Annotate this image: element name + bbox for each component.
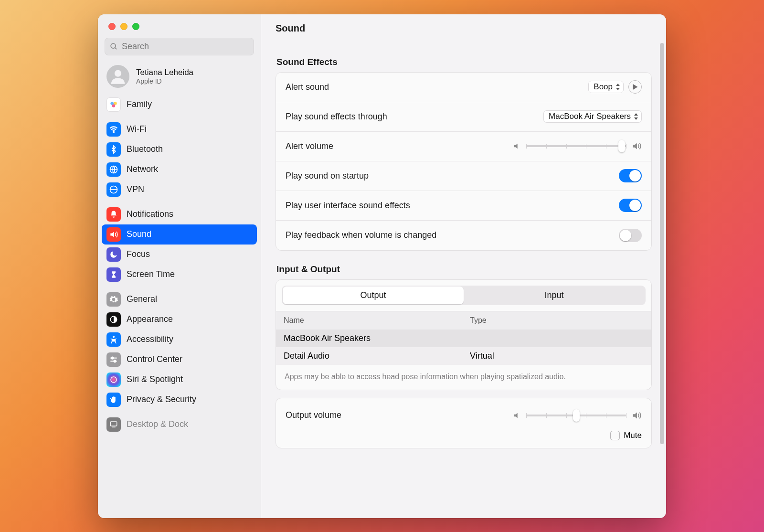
sidebar-item-label: Screen Time — [127, 269, 175, 279]
alert-volume-slider[interactable] — [513, 141, 642, 151]
svg-point-15 — [111, 377, 117, 383]
sidebar-item-focus[interactable]: Focus — [102, 245, 257, 265]
sidebar-item-screen-time[interactable]: Screen Time — [102, 265, 257, 285]
sidebar-item-account[interactable]: Tetiana Leheida Apple ID — [98, 60, 261, 95]
sidebar-item-label: Notifications — [127, 209, 173, 219]
scrollbar[interactable] — [660, 43, 664, 444]
ui-sounds-label: Play user interface sound effects — [286, 201, 410, 211]
sidebar-item-family[interactable]: Family — [102, 95, 257, 115]
sidebar-item-appearance[interactable]: Appearance — [102, 309, 257, 330]
volume-low-icon — [513, 142, 521, 150]
chevron-updown-icon — [615, 84, 620, 90]
search-icon — [110, 43, 118, 51]
svg-rect-16 — [110, 422, 117, 426]
play-through-select[interactable]: MacBook Air Speakers — [543, 110, 642, 123]
sidebar-item-bluetooth[interactable]: Bluetooth — [102, 139, 257, 160]
col-type: Type — [470, 316, 644, 325]
sidebar-item-general[interactable]: General — [102, 289, 257, 309]
close-button[interactable] — [108, 23, 116, 30]
play-through-label: Play sound effects through — [286, 112, 387, 122]
table-row[interactable]: Detail Audio Virtual — [276, 347, 651, 365]
minimize-button[interactable] — [120, 23, 127, 30]
mute-label: Mute — [624, 431, 642, 440]
window-controls — [98, 14, 261, 38]
tab-output[interactable]: Output — [283, 287, 464, 304]
page-title: Sound — [261, 14, 666, 43]
svg-point-14 — [114, 360, 116, 362]
alert-sound-select[interactable]: Boop — [588, 81, 624, 93]
startup-sound-toggle[interactable] — [619, 169, 642, 182]
svg-point-0 — [111, 43, 116, 48]
sidebar-item-privacy[interactable]: Privacy & Security — [102, 390, 257, 410]
volume-high-icon — [631, 410, 642, 421]
sidebar-item-label: Sound — [127, 229, 151, 239]
svg-rect-17 — [112, 426, 116, 427]
sidebar-item-control-center[interactable]: Control Center — [102, 350, 257, 370]
volume-high-icon — [631, 141, 642, 151]
alert-sound-value: Boop — [594, 82, 613, 92]
mute-checkbox[interactable] — [610, 431, 620, 440]
account-name: Tetiana Leheida — [136, 68, 193, 77]
search-field[interactable] — [105, 38, 254, 55]
output-volume-label: Output volume — [286, 410, 341, 420]
system-settings-window: Tetiana Leheida Apple ID Family Wi-Fi Bl… — [98, 14, 666, 518]
main-panel: Sound Sound Effects Alert sound Boop — [261, 14, 666, 518]
sidebar-item-label: Privacy & Security — [127, 394, 196, 404]
device-table-header: Name Type — [276, 311, 651, 330]
vpn-icon — [106, 182, 121, 197]
zoom-button[interactable] — [132, 23, 139, 30]
feedback-toggle[interactable] — [619, 229, 642, 242]
sound-icon — [106, 227, 121, 242]
avatar-icon — [106, 65, 129, 88]
bell-icon — [106, 207, 121, 222]
chevron-updown-icon — [634, 113, 638, 120]
svg-point-5 — [112, 104, 116, 107]
dock-icon — [106, 417, 121, 432]
alert-sound-label: Alert sound — [286, 82, 329, 92]
table-row[interactable]: MacBook Air Speakers — [276, 330, 651, 347]
search-input[interactable] — [122, 42, 249, 52]
svg-point-2 — [115, 70, 121, 76]
wifi-icon — [106, 122, 121, 137]
tab-input[interactable]: Input — [464, 287, 645, 304]
svg-point-6 — [113, 131, 114, 132]
ui-sounds-toggle[interactable] — [619, 199, 642, 212]
svg-line-1 — [115, 47, 117, 49]
device-name: MacBook Air Speakers — [284, 333, 470, 343]
volume-low-icon — [513, 411, 521, 420]
sidebar-item-label: Family — [127, 99, 152, 109]
alert-volume-label: Alert volume — [286, 141, 333, 151]
hand-icon — [106, 393, 121, 407]
sidebar-item-label: Bluetooth — [127, 144, 163, 154]
io-panel: Output Input Name Type MacBook Air Speak… — [276, 279, 652, 390]
moon-icon — [106, 247, 121, 262]
sound-effects-panel: Alert sound Boop Play sound effects thro… — [276, 72, 652, 251]
device-type — [470, 333, 644, 343]
svg-point-12 — [111, 357, 113, 359]
sidebar-item-notifications[interactable]: Notifications — [102, 204, 257, 224]
spatial-audio-note: Apps may be able to access head pose inf… — [276, 365, 651, 390]
sidebar-item-wifi[interactable]: Wi-Fi — [102, 119, 257, 139]
sidebar-item-desktop-dock[interactable]: Desktop & Dock — [102, 415, 257, 435]
family-icon — [106, 97, 121, 112]
feedback-label: Play feedback when volume is changed — [286, 230, 436, 240]
sidebar-item-label: General — [127, 294, 157, 304]
sidebar-item-siri[interactable]: Siri & Spotlight — [102, 370, 257, 390]
sidebar: Tetiana Leheida Apple ID Family Wi-Fi Bl… — [98, 14, 261, 518]
sidebar-item-accessibility[interactable]: Accessibility — [102, 330, 257, 350]
col-name: Name — [284, 316, 470, 325]
output-volume-slider[interactable] — [513, 410, 642, 421]
appearance-icon — [106, 312, 121, 327]
hourglass-icon — [106, 267, 121, 282]
section-io: Input & Output — [276, 264, 651, 275]
sidebar-item-vpn[interactable]: VPN — [102, 180, 257, 200]
sidebar-item-label: Desktop & Dock — [127, 419, 188, 429]
play-alert-button[interactable] — [628, 80, 642, 94]
gear-icon — [106, 292, 121, 307]
sidebar-item-label: Focus — [127, 249, 150, 259]
sidebar-item-network[interactable]: Network — [102, 160, 257, 180]
startup-sound-label: Play sound on startup — [286, 171, 369, 181]
sidebar-item-sound[interactable]: Sound — [102, 224, 257, 245]
bluetooth-icon — [106, 142, 121, 157]
play-through-value: MacBook Air Speakers — [549, 112, 631, 121]
